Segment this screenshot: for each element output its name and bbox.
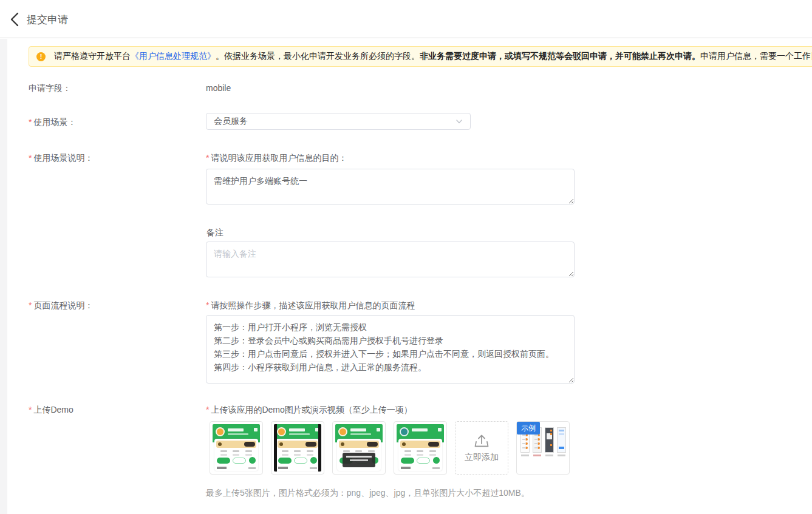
add-upload-button[interactable]: 立即添加 xyxy=(455,421,508,475)
page-background: ! 请严格遵守开放平台《用户信息处理规范》。依据业务场景，最小化申请开发业务所必… xyxy=(0,39,812,514)
mini-dark-pill xyxy=(305,442,316,447)
demo-thumbnail-3[interactable] xyxy=(332,421,386,475)
stat-bar xyxy=(282,450,288,452)
mini-footer xyxy=(278,467,318,469)
demo-thumbnail-2[interactable] xyxy=(271,421,324,475)
required-asterisk: * xyxy=(206,153,209,163)
page-flow-textarea[interactable]: 第一步：用户打开小程序，浏览无需授权 第二步：登录会员中心或购买商品需用户授权手… xyxy=(206,315,575,384)
upload-demo-sublabel: *上传该应用的Demo图片或演示视频（至少上传一项） xyxy=(206,405,412,416)
mini-app-preview xyxy=(274,424,321,472)
remark-label: 备注 xyxy=(206,228,223,238)
mini-dark-pill xyxy=(428,442,439,447)
content-panel: ! 请严格遵守开放平台《用户信息处理规范》。依据业务场景，最小化申请开发业务所必… xyxy=(7,39,812,514)
alert-text-mid: 。依据业务场景，最小化申请开发业务所必须的字段。 xyxy=(216,51,420,61)
mini-banner xyxy=(339,441,379,448)
mini-avatar xyxy=(400,427,409,436)
mini-stats xyxy=(401,450,439,452)
usage-desc-textarea[interactable]: 需维护用户多端账号统一 xyxy=(206,169,575,205)
mini-circle-button xyxy=(310,457,317,464)
usage-scene-label: *使用场景： xyxy=(29,117,76,128)
stat-bar xyxy=(404,450,411,452)
mini-banner-dot xyxy=(402,442,406,446)
mini-dark-pill xyxy=(244,442,255,447)
demo-thumbnail-4[interactable] xyxy=(394,421,447,475)
mini-app-preview xyxy=(213,424,260,472)
mini-title-bar xyxy=(412,428,428,431)
usage-desc-label: *使用场景说明： xyxy=(29,153,93,164)
mini-buttons xyxy=(217,457,256,464)
stat-bar xyxy=(307,450,313,452)
upload-hint: 最多上传5张图片，图片格式必须为：png、jpeg、jpg，且单张图片大小不超过… xyxy=(206,488,530,499)
stat-bar xyxy=(294,450,301,452)
user-info-spec-link[interactable]: 《用户信息处理规范》 xyxy=(131,51,216,61)
usage-scene-select[interactable]: 会员服务 xyxy=(206,113,471,130)
mini-avatar xyxy=(277,427,286,436)
example-caption-bar xyxy=(521,455,529,456)
mini-green-button xyxy=(278,458,292,464)
mini-subtitle-bar xyxy=(289,433,310,435)
example-caption-bar xyxy=(533,455,541,456)
mini-subtitle-bar xyxy=(350,433,371,435)
stat-bar xyxy=(355,450,362,452)
mini-title-bar xyxy=(350,428,366,431)
footer-bar xyxy=(432,467,440,469)
mini-card xyxy=(398,439,442,471)
demo-thumbnail-1[interactable] xyxy=(210,421,263,475)
required-asterisk: * xyxy=(206,300,209,310)
example-phone-column xyxy=(557,427,566,456)
back-button[interactable] xyxy=(5,10,24,29)
exclamation-circle-icon: ! xyxy=(36,52,46,61)
required-asterisk: * xyxy=(206,405,209,414)
mini-subtitle-bar xyxy=(228,433,248,435)
mini-stats xyxy=(340,450,378,452)
remark-textarea[interactable] xyxy=(206,242,575,277)
letterbox-bar xyxy=(318,424,321,472)
footer-bar xyxy=(310,467,317,469)
example-badge: 示例 xyxy=(517,422,540,435)
mini-banner-dot xyxy=(218,442,222,446)
apply-field-label: 申请字段： xyxy=(29,83,71,94)
stat-bar xyxy=(429,450,436,452)
mini-avatar xyxy=(216,427,225,436)
alert-text-lead: 请严格遵守开放平台 xyxy=(54,51,131,61)
example-caption-bar xyxy=(545,455,553,456)
mini-banner xyxy=(278,441,318,448)
example-caption-bar xyxy=(558,455,565,456)
warning-alert: ! 请严格遵守开放平台《用户信息处理规范》。依据业务场景，最小化申请开发业务所必… xyxy=(29,46,812,67)
toast-text-bar xyxy=(350,459,368,461)
mini-stats xyxy=(279,450,316,452)
mini-avatar xyxy=(338,427,347,436)
example-box[interactable]: 示例 xyxy=(516,421,570,475)
mini-buttons xyxy=(401,457,440,464)
usage-desc-sublabel: *请说明该应用获取用户信息的目的： xyxy=(206,153,347,164)
mini-dark-pill xyxy=(367,442,378,447)
mini-banner xyxy=(216,441,256,448)
example-phone-column xyxy=(545,427,554,456)
mini-app-preview xyxy=(335,424,383,472)
mini-corner-icon xyxy=(377,428,380,431)
mini-card xyxy=(214,439,258,471)
required-asterisk: * xyxy=(29,405,32,414)
alert-text-tail: 申请用户信息，需要一个工作日左右的审核时间，请耐 xyxy=(700,51,812,61)
chevron-left-icon xyxy=(8,12,21,27)
usage-scene-selected-value: 会员服务 xyxy=(214,116,248,127)
letterbox-bar xyxy=(274,424,277,472)
upload-thumbnail-list: 立即添加 示例 xyxy=(210,421,570,475)
page-header: 提交申请 xyxy=(0,0,812,38)
page-flow-label: *页面流程说明： xyxy=(29,300,93,311)
mini-stats xyxy=(217,450,255,452)
stat-bar xyxy=(220,450,227,452)
mini-footer xyxy=(400,467,440,469)
footer-bar xyxy=(217,467,227,469)
page-title: 提交申请 xyxy=(27,13,68,27)
stat-bar xyxy=(368,450,375,452)
mini-circle-button xyxy=(249,457,256,464)
stat-bar xyxy=(233,450,239,452)
mini-green-button xyxy=(401,458,414,464)
footer-bar xyxy=(401,467,411,469)
add-upload-label: 立即添加 xyxy=(465,452,499,463)
mini-title-bar xyxy=(228,428,244,431)
toast-text-bar xyxy=(346,456,372,458)
example-phone xyxy=(545,427,554,453)
mini-banner xyxy=(400,441,440,448)
